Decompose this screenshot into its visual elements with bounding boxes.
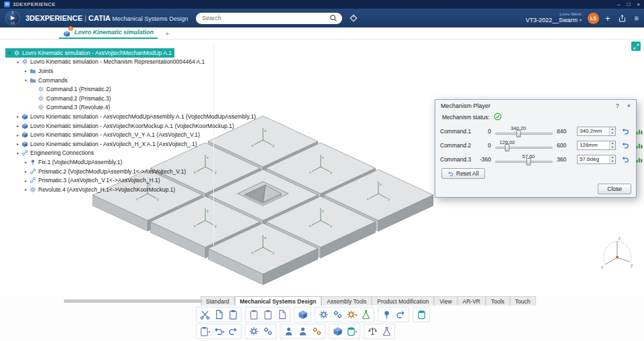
tree-item-commands[interactable]: ▾ Commands [5,76,70,85]
paste-icon[interactable] [226,308,239,322]
avatar[interactable]: LS [588,13,599,24]
tree-item-modup-assembly[interactable]: ▸ Lovro Kinematic simulation - AxsVojtec… [5,112,258,121]
new-tab-button[interactable]: + [163,29,171,39]
slider-thumb[interactable] [516,130,521,137]
value-text[interactable]: 126mm [578,141,609,149]
chevron-down-icon[interactable]: ▾ [356,313,358,317]
expander-icon[interactable]: ▾ [15,60,21,64]
expander-icon[interactable]: ▸ [15,114,21,119]
search-input[interactable] [201,14,329,22]
generate-icon[interactable] [310,325,323,338]
dialog-close-button[interactable]: Close [598,184,631,194]
expander-icon[interactable]: ▸ [23,159,29,164]
reset-command-button[interactable] [620,126,630,136]
undo-icon[interactable]: ▾ [212,325,225,338]
ribbon-tab-mechanical-systems-design[interactable]: Mechanical Systems Design [235,296,322,305]
paste-special-icon[interactable] [247,308,260,322]
expander-icon[interactable]: ▾ [7,50,13,55]
cut-icon[interactable] [198,308,211,322]
slider-track[interactable] [495,133,553,135]
tree-item-root[interactable]: ▾ Lovro Kinematic simulation - AxsVojtec… [5,48,174,58]
analysis-icon[interactable] [380,325,393,338]
expand-viewport-button[interactable] [631,42,641,51]
save-session-icon[interactable] [415,308,428,322]
tree-item-joints[interactable]: ▸ Joints [5,66,56,76]
update-icon[interactable] [394,308,407,322]
tree-item-axsvojtech-h[interactable]: ▸ Lovro Kinematic simulation - AxsVojtec… [5,139,200,149]
tree-item-koormockup[interactable]: ▸ Lovro Kinematic simulation - AxsVojtec… [5,121,237,131]
reset-command-button[interactable] [620,154,630,164]
store-data-icon[interactable]: ▾ [345,325,358,338]
mechanism-manager-icon[interactable] [331,308,344,322]
new-product-icon[interactable] [296,308,309,322]
tree-item-command1[interactable]: Command.1 (Prismatic.2) [5,84,113,94]
expander-icon[interactable]: ▸ [15,133,21,137]
tree-item-mechanism-rep[interactable]: ▾ Lovro Kinematic simulation - Mechanism… [5,58,207,67]
tree-item-axsvojtech-v[interactable]: ▸ Lovro Kinematic simulation - AxsVojtec… [5,130,203,139]
tools-icon[interactable] [261,325,274,338]
search-bar[interactable] [196,13,342,24]
redo-icon[interactable] [226,325,239,338]
spin-down-button[interactable]: ▼ [610,145,615,149]
navigation-compass[interactable]: z x y [598,232,636,274]
command1-slider[interactable]: 340.20 [495,125,553,137]
command1-value-input[interactable]: 340.2mm ▲ ▼ [577,127,616,136]
share-icon[interactable] [616,12,629,24]
mechanism-check-icon[interactable] [359,308,372,322]
minimize-button[interactable]: – [617,1,620,7]
tree-item-engineering-connections[interactable]: ▾ Engineering Connections [5,149,97,158]
expander-icon[interactable]: ▾ [15,151,21,155]
tree-horizontal-scrollbar[interactable] [64,299,203,303]
tab-kinematic-simulation[interactable]: 1 Lovro Kinematic simulation [59,27,158,39]
maximize-button[interactable]: □ [627,1,630,7]
ribbon-tab-tools[interactable]: Tools [486,296,510,305]
spin-down-button[interactable]: ▼ [610,131,615,135]
3dexperience-compass-icon[interactable]: K ▶ V.R [5,11,20,25]
tree-item-prismatic2[interactable]: ▸ Prismatic.2 (VojtechModUpAssembly.1<->… [5,167,189,176]
fix-part-icon[interactable] [380,308,393,322]
slider-track[interactable] [495,147,553,149]
dialog-close-icon[interactable]: × [627,103,631,109]
expander-icon[interactable]: ▸ [23,178,29,183]
ribbon-tab-ar-vr[interactable]: AR-VR [458,296,486,305]
tag-icon[interactable] [347,12,360,24]
search-icon[interactable] [329,14,337,22]
viewport-area[interactable]: zxyzxyzxyzxyzxyzxyzxyzxyzxy ▾ Lovro Kine… [0,40,644,295]
measure-inertia-icon[interactable] [366,325,379,338]
chevron-down-icon[interactable]: ▾ [209,330,211,334]
spin-down-button[interactable]: ▼ [610,159,615,163]
paste-with-link-icon[interactable] [261,308,274,322]
command3-value-input[interactable]: 57.6deg ▲ ▼ [577,155,616,164]
expander-icon[interactable]: ▸ [23,169,29,174]
ribbon-tab-standard[interactable]: Standard [201,296,235,305]
menu-icon[interactable]: ≡ [635,14,639,22]
ribbon-tab-product-modification[interactable]: Product Modification [372,296,434,305]
command3-slider[interactable]: 57.60 [495,153,553,165]
tree-item-revolute4[interactable]: ▸ Revolute.4 (AxsVojtech_H.1<->VojtechKo… [5,185,178,194]
duplicate-icon[interactable] [275,308,288,322]
tree-item-command2[interactable]: Command.2 (Prismatic.3) [5,94,113,103]
expander-icon[interactable]: ▾ [23,78,29,82]
reset-command-button[interactable] [620,140,630,150]
add-content-button[interactable]: + [605,13,610,23]
plot-command-button[interactable] [634,154,644,164]
insert-component-icon[interactable] [331,325,344,338]
collaborate-icon[interactable] [296,325,309,338]
chevron-down-icon[interactable]: ▾ [356,330,358,334]
tree-item-fix1[interactable]: ▸ Fix.1 (VojtechModUpAssembly.1) [5,157,125,167]
value-text[interactable]: 340.2mm [578,127,609,135]
dialog-title-bar[interactable]: Mechanism Player ? × [435,100,636,112]
slider-track[interactable] [495,161,553,163]
tree-item-command3[interactable]: Command.3 (Revolute.4) [5,103,113,113]
ribbon-tab-assembly-tools[interactable]: Assembly Tools [321,296,372,305]
expander-icon[interactable]: ▸ [15,123,21,128]
paste-options-icon[interactable]: ▾ [198,325,211,338]
slider-thumb[interactable] [526,158,531,165]
close-button[interactable]: × [637,1,640,7]
ribbon-tab-view[interactable]: View [434,296,457,305]
plot-command-button[interactable] [634,126,644,136]
chevron-down-icon[interactable]: ▾ [223,330,225,334]
workspace-selector[interactable]: VT3-2022__Swarm ▾ [525,17,582,24]
tree-item-prismatic3[interactable]: ▸ Prismatic.3 (AxsVojtech_V.1<->AxsVojte… [5,176,163,185]
expander-icon[interactable]: ▸ [15,141,21,146]
